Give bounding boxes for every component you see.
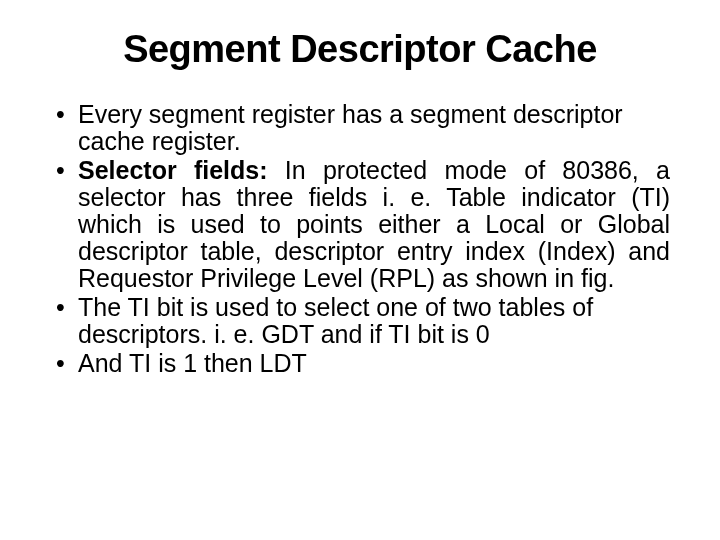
slide-title: Segment Descriptor Cache xyxy=(50,28,670,71)
bullet-list: Every segment register has a segment des… xyxy=(50,101,670,377)
bullet-lead: Selector fields: xyxy=(78,156,268,184)
bullet-text: And TI is 1 then LDT xyxy=(78,349,307,377)
bullet-text: The TI bit is used to select one of two … xyxy=(78,293,593,348)
list-item: Every segment register has a segment des… xyxy=(50,101,670,155)
slide: Segment Descriptor Cache Every segment r… xyxy=(0,0,720,540)
list-item: Selector fields: In protected mode of 80… xyxy=(50,157,670,292)
list-item: And TI is 1 then LDT xyxy=(50,350,670,377)
list-item: The TI bit is used to select one of two … xyxy=(50,294,670,348)
bullet-text: Every segment register has a segment des… xyxy=(78,100,623,155)
